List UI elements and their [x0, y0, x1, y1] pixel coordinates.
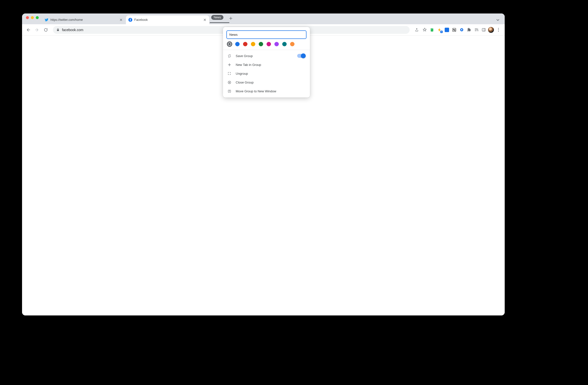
extension-gear-icon[interactable] — [458, 26, 465, 33]
color-red[interactable] — [243, 42, 248, 46]
chrome-menu-button[interactable] — [495, 26, 502, 33]
save-group-toggle[interactable] — [297, 54, 306, 58]
new-window-icon — [227, 89, 231, 93]
menu-label: Ungroup — [236, 72, 306, 75]
reload-button[interactable] — [42, 26, 49, 34]
window-controls — [25, 16, 42, 21]
toolbar-right: 0 — [413, 26, 502, 34]
close-tab-button[interactable] — [203, 18, 207, 22]
bookmark-button[interactable] — [421, 26, 428, 34]
tab-group-pill[interactable]: News — [211, 15, 223, 20]
color-yellow[interactable] — [251, 42, 255, 46]
twitter-icon — [44, 18, 48, 22]
menu-label: Save Group — [236, 54, 293, 58]
menu-save-group[interactable]: Save Group — [223, 51, 310, 60]
menu-label: New Tab in Group — [236, 63, 306, 67]
extension-evernote-icon[interactable] — [429, 26, 436, 33]
menu-move-group-new-window[interactable]: Move Group to New Window — [223, 87, 310, 96]
menu-new-tab-in-group[interactable]: New Tab in Group — [223, 60, 310, 69]
tab-group-underline — [210, 22, 229, 23]
divider — [223, 50, 310, 50]
svg-rect-4 — [482, 28, 485, 31]
menu-label: Close Group — [236, 81, 306, 84]
browser-window: https://twitter.com/home Facebook News — [22, 14, 505, 315]
extension-blue-icon[interactable] — [443, 26, 450, 33]
reading-list-icon[interactable] — [473, 26, 480, 33]
tab-title: Facebook — [134, 18, 201, 21]
close-window-button[interactable] — [26, 16, 29, 19]
close-circle-icon — [227, 80, 231, 84]
new-tab-button[interactable] — [227, 15, 234, 22]
close-tab-button[interactable] — [119, 18, 123, 22]
back-button[interactable] — [24, 26, 32, 34]
sync-icon — [227, 54, 231, 58]
facebook-icon — [128, 18, 132, 22]
tab-facebook[interactable]: Facebook — [126, 15, 209, 24]
plus-icon — [227, 63, 231, 67]
extension-notion-icon[interactable] — [451, 26, 458, 33]
svg-point-3 — [461, 29, 462, 30]
tab-strip-right — [495, 17, 502, 24]
extension-badge-count: 0 — [440, 31, 443, 33]
extensions-menu-button[interactable] — [465, 26, 472, 33]
menu-ungroup[interactable]: Ungroup — [223, 69, 310, 78]
tab-title: https://twitter.com/home — [50, 18, 118, 21]
color-orange[interactable] — [290, 42, 294, 46]
forward-button[interactable] — [33, 26, 41, 34]
tab-strip: https://twitter.com/home Facebook News — [22, 14, 505, 24]
tab-search-button[interactable] — [495, 17, 501, 23]
extension-badge-icon[interactable]: 0 — [436, 26, 443, 33]
tab-twitter[interactable]: https://twitter.com/home — [42, 15, 126, 24]
group-name-input[interactable] — [226, 30, 307, 39]
group-color-picker — [223, 41, 310, 50]
color-cyan[interactable] — [282, 42, 287, 46]
share-button[interactable] — [413, 26, 420, 34]
lock-icon — [56, 28, 60, 31]
color-pink[interactable] — [267, 42, 271, 46]
side-panel-icon[interactable] — [480, 26, 487, 33]
profile-avatar[interactable] — [487, 26, 494, 33]
tab-group-menu: Save Group New Tab in Group Ungroup Clos… — [223, 27, 310, 98]
url-text: facebook.com — [62, 28, 83, 32]
ungroup-icon — [227, 72, 231, 75]
minimize-window-button[interactable] — [31, 16, 34, 19]
maximize-window-button[interactable] — [36, 16, 39, 19]
color-grey[interactable] — [227, 42, 232, 46]
color-purple[interactable] — [274, 42, 279, 46]
color-green[interactable] — [259, 42, 263, 46]
color-blue[interactable] — [235, 42, 240, 46]
menu-close-group[interactable]: Close Group — [223, 78, 310, 87]
tab-group-label: News — [214, 16, 221, 19]
menu-label: Move Group to New Window — [236, 89, 306, 93]
